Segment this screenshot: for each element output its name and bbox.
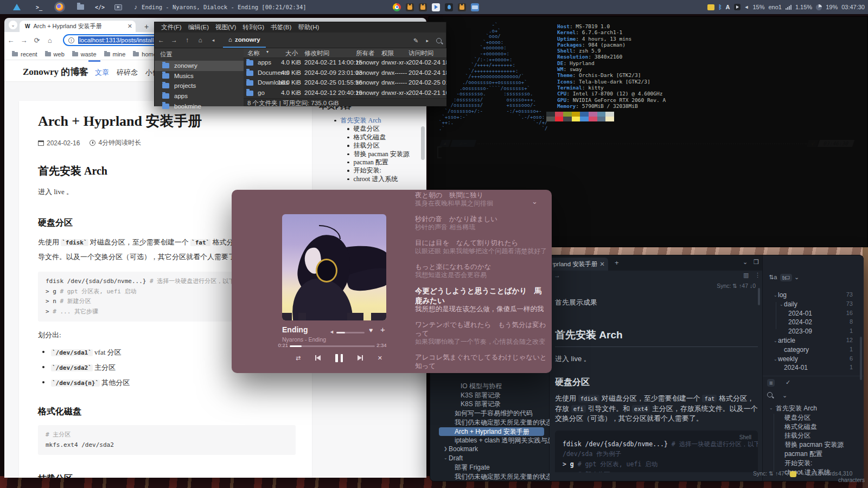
tag-item[interactable]: 2024-011 — [763, 364, 860, 373]
repeat-button[interactable]: ⇄ — [296, 355, 301, 362]
tag-item[interactable]: 2024-0116 — [763, 310, 860, 319]
fm-menu-item[interactable]: 转到(G) — [242, 23, 264, 31]
nav-link[interactable]: 首页 — [73, 68, 87, 78]
outline-item[interactable]: 开始安装: — [763, 459, 860, 468]
fm-sidebar-item[interactable]: projects — [155, 81, 244, 91]
fm-file-row[interactable]: apps4.0 KiB2024-02-21 14:00:15zonowrydrw… — [244, 58, 446, 68]
outline-pane-icon[interactable]: ≡ — [767, 379, 775, 387]
browser-tab[interactable]: W Arch + Hyprland 安装手册 ✕ — [20, 21, 136, 32]
fm-search-icon[interactable] — [436, 38, 442, 43]
code-launcher-icon[interactable]: </> — [95, 4, 105, 10]
outline-item[interactable]: 挂载分区 — [763, 431, 860, 440]
fm-breadcrumb[interactable]: ⌂zonowry — [223, 33, 266, 48]
fm-menu-item[interactable]: 编辑(E) — [188, 23, 209, 31]
outline-collapse-icon[interactable]: ⌄ — [782, 392, 787, 399]
progress-bar[interactable] — [290, 345, 375, 347]
obsidian-main-scrollbar[interactable] — [758, 288, 760, 305]
volume-icon[interactable]: ◄ — [329, 329, 334, 335]
fm-edit-path-icon[interactable]: ✎ — [413, 37, 419, 44]
tag-item[interactable]: 2024-028 — [763, 318, 860, 328]
tag-sort-icon[interactable]: ⇅a — [769, 274, 777, 281]
fm-up-button[interactable]: ↑ — [181, 36, 194, 44]
fm-back-button[interactable]: ← — [155, 36, 168, 44]
toc-item[interactable]: 挂载分区 — [347, 142, 425, 150]
obsidian-file-item[interactable]: ⌄Draft — [430, 454, 550, 464]
obsidian-reading-mode-icon[interactable]: ▥ — [743, 272, 749, 279]
toc-item[interactable]: 硬盘分区 — [347, 125, 425, 133]
obsidian-new-tab[interactable]: + — [615, 259, 619, 267]
nav-link[interactable]: 文章 — [95, 68, 109, 78]
obsidian-file-item[interactable]: Arch + Hyprland 安装手册 — [430, 427, 550, 436]
fm-file-row[interactable]: Documents4.0 KiB2024-02-09 23:01:03zonow… — [244, 68, 446, 79]
fm-file-row[interactable]: Downloads16.0 KiB2024-02-25 01:55:56zono… — [244, 78, 446, 88]
obsidian-file-item[interactable]: 如何写一手容易维护的代码 — [430, 409, 550, 418]
pause-button[interactable] — [335, 354, 343, 362]
fm-column-header[interactable]: 权限 — [381, 49, 394, 57]
fm-sidebar-item[interactable]: apps — [155, 91, 244, 101]
files-launcher-icon[interactable] — [77, 4, 84, 10]
toc-item[interactable]: 格式化磁盘 — [347, 133, 425, 142]
taskbar-drop-icon[interactable] — [445, 3, 453, 11]
forward-button[interactable]: → — [17, 36, 30, 44]
input-method-indicator[interactable]: A — [726, 4, 730, 10]
obsidian-sidebar-scrollbar[interactable] — [860, 337, 862, 380]
tags-collapse-icon[interactable]: ⌄ — [794, 274, 799, 281]
toc-item[interactable]: pacman 配置 — [347, 158, 425, 166]
tag-item[interactable]: category1 — [763, 346, 860, 355]
taskbar-player-icon[interactable] — [432, 3, 440, 11]
fm-column-header[interactable]: 大小 — [273, 49, 298, 57]
outline-item[interactable]: ⌄首先安装 Arch — [763, 404, 860, 413]
fm-menu-item[interactable]: 帮助(H) — [298, 23, 319, 31]
fm-expand-icon[interactable]: ▸ — [426, 38, 429, 43]
tray-kitty-icon[interactable] — [707, 4, 714, 10]
fm-sidebar-item[interactable]: bookmine — [155, 101, 244, 111]
tray-media-icon[interactable] — [734, 4, 741, 10]
obsidian-file-item[interactable]: ❯Bookmark — [430, 445, 550, 454]
obsidian-forward-icon[interactable]: → — [554, 272, 560, 279]
obsidian-file-item[interactable]: K8S 部署记录 — [430, 400, 550, 409]
fm-column-header[interactable]: 名称 — [247, 49, 260, 57]
bookmark-item[interactable]: mine — [104, 51, 126, 57]
back-button[interactable]: ← — [4, 36, 17, 44]
add-icon[interactable]: + — [380, 325, 385, 334]
fm-menu-item[interactable]: 书签(B) — [271, 23, 291, 31]
browser-scrollbar[interactable] — [421, 126, 425, 160]
taskbar-kitty-icon[interactable] — [406, 3, 414, 11]
obsidian-file-item[interactable]: IO 模型与协程 — [430, 382, 550, 391]
home-button[interactable]: ⌂ — [43, 36, 56, 44]
fm-forward-button[interactable]: → — [168, 36, 181, 44]
arch-logo-icon[interactable] — [13, 4, 21, 10]
fm-file-row[interactable]: go4.0 KiB2024-02-12 20:40:19zonowrydrwxr… — [244, 88, 446, 98]
fm-sidebar-item[interactable]: Musics — [155, 71, 244, 81]
outline-item[interactable]: 硬盘分区 — [763, 413, 860, 422]
tag-item[interactable]: ⌄log73 — [763, 291, 860, 300]
fm-column-header[interactable]: 访问时间 — [409, 49, 433, 57]
obsidian-file-item[interactable]: iptables + clash 透明网关实践与总… — [430, 436, 550, 445]
fm-column-header[interactable]: 所有者 — [356, 49, 375, 57]
taskbar-kitty-icon-2[interactable] — [419, 3, 427, 11]
new-tab-button[interactable]: + — [141, 21, 152, 32]
fm-menu-item[interactable]: 视图(V) — [215, 23, 236, 31]
obsidian-more-icon[interactable]: ⋮ — [755, 272, 761, 279]
reload-button[interactable]: ⟳ — [30, 36, 43, 44]
obsidian-split-icon[interactable]: ❒ — [754, 259, 759, 266]
toc-item[interactable]: 开始安装: — [347, 166, 425, 175]
bookmark-item[interactable]: recent — [12, 51, 37, 57]
volume-tray-icon[interactable]: ◄ — [744, 4, 749, 10]
obsidian-tab[interactable]: Arch + Hyprland 安装手册 ✕ — [550, 258, 608, 271]
bluetooth-icon[interactable]: ᛒ — [718, 4, 722, 10]
obsidian-file-item[interactable]: 我们仍未确定那天所见变量的状态 — [430, 418, 550, 427]
video-launcher-icon[interactable] — [114, 4, 122, 10]
tag-item[interactable]: ⌄article12 — [763, 337, 860, 346]
obsidian-tab-dropdown-icon[interactable]: ⌄ — [743, 259, 748, 266]
fm-menu-item[interactable]: 文件(F) — [161, 23, 182, 31]
bookmark-item[interactable]: home — [133, 51, 157, 57]
bookmark-item[interactable]: web — [45, 51, 65, 57]
fm-prev-tab-icon[interactable]: ◂ — [207, 37, 220, 43]
tag-item[interactable]: ⌄weekly6 — [763, 355, 860, 364]
terminal-launcher-icon[interactable]: >_ — [36, 0, 42, 14]
nested-tags-icon[interactable]: t🏷 — [780, 274, 792, 281]
tab-search-button[interactable]: ⌄ — [9, 21, 17, 29]
previous-button[interactable] — [315, 355, 321, 361]
outline-item[interactable]: pacman 配置 — [763, 450, 860, 459]
